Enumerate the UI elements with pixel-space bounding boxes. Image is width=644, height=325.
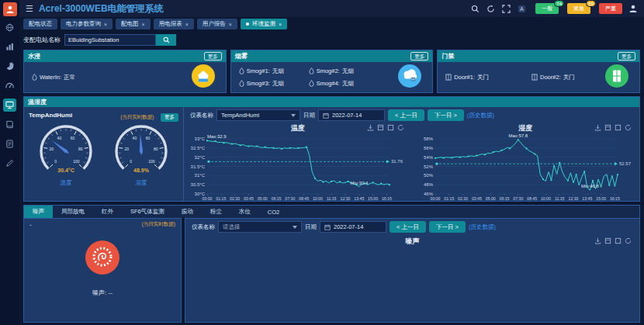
svg-text:00:00: 00:00 <box>203 196 213 201</box>
data-view-icon[interactable] <box>377 124 384 131</box>
history-controls: 仪表名称 TempAndHumi 日期 2022-07-14 < 上一日 下一日… <box>184 107 639 123</box>
refresh-chart-icon[interactable] <box>397 124 404 131</box>
temperature-chart-canvas[interactable]: 30°C30.5°C31°C31.5°C32°C32.5°C33°C00:000… <box>184 133 410 202</box>
noise-reading: 噪声: -- <box>24 289 181 297</box>
humidity-chart-canvas[interactable]: 46%48%50%52%54%56%58%00:0001:1502:3003:4… <box>412 133 639 202</box>
svg-text:58%: 58% <box>423 137 433 141</box>
edit-icon[interactable] <box>3 157 16 170</box>
tab-power-parameter-query[interactable]: 电力参数查询× <box>61 19 113 29</box>
pie-chart-icon[interactable] <box>3 60 16 73</box>
user-icon[interactable] <box>628 4 638 14</box>
save-image-icon[interactable] <box>367 124 374 131</box>
refresh-chart-icon[interactable] <box>625 237 632 244</box>
refresh-icon[interactable] <box>486 4 496 14</box>
humidity-gauge-label: 湿度 <box>106 179 177 187</box>
alarm-severe-button[interactable]: 严重 <box>599 3 622 14</box>
svg-text:Max:32.9: Max:32.9 <box>207 134 227 139</box>
svg-text:80: 80 <box>78 147 83 151</box>
svg-text:13:45: 13:45 <box>354 196 364 201</box>
close-tab-icon[interactable]: × <box>279 22 282 27</box>
chart-toolbox <box>594 124 632 131</box>
language-icon[interactable]: A <box>517 4 527 14</box>
history-data-link[interactable]: (历史数据) <box>467 112 494 119</box>
door-sensor-item: Door#1:关门 <box>445 74 489 81</box>
tab-water-level[interactable]: 水位 <box>230 206 259 218</box>
meter-select[interactable]: 请选择 <box>218 221 302 233</box>
tab-infrared[interactable]: 红外 <box>93 206 122 218</box>
next-day-button[interactable]: 下一日 > <box>429 221 466 233</box>
tab-environment-monitoring[interactable]: 环境监测× <box>241 19 287 29</box>
door-panel-title: 门禁 <box>441 52 454 61</box>
document-icon[interactable] <box>3 137 16 150</box>
tab-dust[interactable]: 粉尘 <box>202 206 230 218</box>
svg-text:100: 100 <box>148 159 155 164</box>
user-avatar[interactable] <box>3 2 17 16</box>
restore-icon[interactable] <box>615 237 621 244</box>
tab-partial-discharge[interactable]: 局部放电 <box>53 206 93 218</box>
hamburger-menu-icon[interactable]: ☰ <box>26 5 33 13</box>
tab-distribution-status[interactable]: 配电状态 <box>23 19 57 29</box>
close-tab-icon[interactable]: × <box>185 22 189 27</box>
save-image-icon[interactable] <box>594 237 601 244</box>
fullscreen-icon[interactable] <box>501 4 511 14</box>
svg-text:05:00: 05:00 <box>485 196 495 201</box>
water-more-button[interactable]: 更多 <box>204 52 222 61</box>
temp-humidity-title: 温湿度 <box>28 98 47 106</box>
close-tab-icon[interactable]: × <box>229 22 232 27</box>
data-view-icon[interactable] <box>604 124 611 131</box>
tab-sf6-gas[interactable]: SF6气体监测 <box>122 206 173 218</box>
svg-text:Min:30.4: Min:30.4 <box>350 181 369 185</box>
svg-text:02:30: 02:30 <box>230 196 240 201</box>
door-more-button[interactable]: 更多 <box>618 52 635 61</box>
svg-text:03:45: 03:45 <box>471 196 481 201</box>
svg-text:Max:57.8: Max:57.8 <box>508 133 528 138</box>
device-name: TempAndHumi <box>29 112 72 119</box>
alarm-general-button[interactable]: 一般 74 <box>535 3 559 14</box>
gauge-icon[interactable] <box>3 79 16 92</box>
realtime-data-label: (当日实时数据) <box>142 221 175 228</box>
noise-history-card: 仪表名称 请选择 日期 2022-07-14 < 上一日 下一日 > (历史数据… <box>185 218 640 323</box>
svg-text:48%: 48% <box>423 182 433 187</box>
tab-vibration[interactable]: 振动 <box>173 206 202 218</box>
tab-distribution-diagram[interactable]: 配电图× <box>116 19 151 29</box>
next-day-button[interactable]: 下一日 > <box>428 109 464 121</box>
monitor-icon[interactable] <box>3 99 16 112</box>
svg-text:02:30: 02:30 <box>458 196 468 201</box>
prev-day-button[interactable]: < 上一日 <box>388 109 424 121</box>
temperature-chart: 温度 30°C30.5°C31°C31.5°C32°C32.5°C33°C00:… <box>184 123 412 201</box>
svg-text:16:15: 16:15 <box>609 196 619 201</box>
data-view-icon[interactable] <box>604 237 611 244</box>
droplet-icon <box>309 80 314 87</box>
meter-select[interactable]: TempAndHumi <box>216 109 300 121</box>
restore-icon[interactable] <box>387 124 394 131</box>
bar-chart-icon[interactable] <box>3 40 16 54</box>
svg-text:00:00: 00:00 <box>430 196 440 201</box>
book-icon[interactable] <box>3 118 16 131</box>
prev-day-button[interactable]: < 上一日 <box>390 221 426 233</box>
date-picker[interactable]: 2022-07-14 <box>318 109 385 121</box>
restore-icon[interactable] <box>615 124 621 131</box>
svg-text:33°C: 33°C <box>195 137 206 141</box>
humidity-chart: 湿度 46%48%50%52%54%56%58%00:0001:1502:300… <box>412 123 640 201</box>
main-column: ☰ Acrel-3000WEB电能管理系统 A 一般 74 紧急 59 <box>19 0 644 325</box>
temp-humidity-more-button[interactable]: 更多 <box>161 113 178 122</box>
refresh-chart-icon[interactable] <box>625 124 632 131</box>
close-tab-icon[interactable]: × <box>104 22 107 27</box>
date-picker[interactable]: 2022-07-14 <box>320 221 386 233</box>
noise-chart-area[interactable]: 噪声 <box>185 235 639 322</box>
history-data-link[interactable]: (历史数据) <box>469 223 496 231</box>
tab-user-report[interactable]: 用户报告× <box>197 19 237 29</box>
globe-icon[interactable] <box>3 21 16 34</box>
tab-co2[interactable]: CO2 <box>259 206 288 218</box>
smoke-sensor-item: Smog#4:无烟 <box>309 80 379 88</box>
alarm-urgent-button[interactable]: 紧急 59 <box>567 3 590 14</box>
tab-noise[interactable]: 噪声 <box>24 206 53 218</box>
svg-text:0: 0 <box>130 159 132 164</box>
search-icon[interactable] <box>470 4 480 14</box>
substation-name-input[interactable] <box>64 34 156 46</box>
save-image-icon[interactable] <box>594 124 601 131</box>
substation-search-button[interactable] <box>156 34 176 46</box>
smoke-more-button[interactable]: 更多 <box>410 52 428 61</box>
close-tab-icon[interactable]: × <box>142 22 145 27</box>
tab-energy-report[interactable]: 用电报表× <box>154 19 194 29</box>
